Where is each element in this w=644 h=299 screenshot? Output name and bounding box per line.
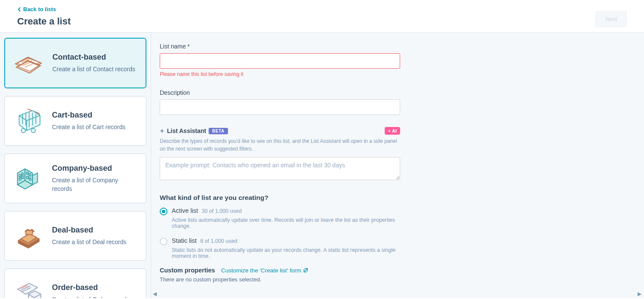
page-header: Back to lists Create a list Next: [0, 0, 644, 33]
svg-rect-30: [29, 178, 31, 180]
description-label: Description: [160, 89, 400, 96]
description-input[interactable]: [160, 100, 400, 115]
custom-props-title: Custom properties: [160, 267, 215, 274]
order-icon: [13, 278, 43, 298]
static-help: Static lists do not automatically update…: [172, 247, 400, 259]
scroll-left-arrow[interactable]: ◀: [153, 291, 157, 297]
card-desc: Create a list of Company records: [52, 176, 137, 193]
sparkle-icon: ✦: [160, 128, 164, 134]
radio-static-list[interactable]: [160, 238, 167, 245]
chevron-left-icon: [17, 7, 21, 12]
assistant-textarea[interactable]: [160, 157, 400, 180]
radio-active-label: Active list: [172, 207, 198, 214]
active-help: Active lists automatically update over t…: [172, 217, 400, 229]
custom-props-empty: There are no custom properties selected.: [160, 276, 400, 283]
external-link-icon: [303, 268, 308, 273]
card-desc: Create a list of Deal records: [52, 238, 127, 247]
card-contact-based[interactable]: Contact-based Create a list of Contact r…: [4, 38, 146, 88]
svg-rect-35: [26, 230, 33, 235]
list-form-panel: List name * Please name this list before…: [151, 33, 644, 298]
svg-rect-24: [21, 173, 23, 175]
ai-button-label: AI: [392, 128, 397, 133]
svg-rect-25: [19, 178, 21, 180]
svg-rect-28: [29, 174, 31, 176]
card-title: Cart-based: [52, 111, 125, 120]
list-kind-heading: What kind of list are you creating?: [160, 194, 400, 202]
back-to-lists-link[interactable]: Back to lists: [17, 6, 71, 12]
assistant-help: Describe the types of records you'd like…: [160, 137, 400, 153]
card-desc: Create a list of Cart records: [52, 123, 125, 132]
svg-rect-29: [27, 176, 28, 178]
card-cart-based[interactable]: Cart-based Create a list of Cart records: [4, 96, 146, 146]
card-title: Order-based: [52, 283, 130, 292]
contact-icon: [14, 48, 44, 78]
back-link-label: Back to lists: [23, 6, 56, 12]
list-name-label: List name *: [160, 43, 400, 50]
card-company-based[interactable]: Company-based Create a list of Company r…: [4, 154, 146, 203]
deal-icon: [13, 221, 43, 251]
svg-rect-27: [27, 172, 28, 174]
svg-point-18: [31, 129, 36, 133]
svg-point-17: [21, 129, 25, 133]
list-name-input[interactable]: [160, 53, 400, 69]
customize-link-label: Customize the 'Create list' form: [221, 267, 301, 274]
card-desc: Create a list of Order records: [52, 296, 130, 298]
svg-rect-26: [21, 176, 23, 178]
static-usage: 8 of 1,000 used: [200, 238, 237, 244]
customize-form-link[interactable]: Customize the 'Create list' form: [221, 267, 308, 274]
beta-badge: BETA: [209, 128, 228, 134]
page-title: Create a list: [17, 16, 71, 27]
radio-active-list[interactable]: [160, 208, 167, 215]
card-order-based[interactable]: Order-based Create a list of Order recor…: [4, 269, 146, 298]
card-title: Contact-based: [52, 53, 135, 62]
card-desc: Create a list of Contact records: [52, 65, 135, 74]
radio-static-label: Static list: [172, 237, 197, 244]
next-button[interactable]: Next: [595, 11, 627, 27]
list-name-error: Please name this list before saving it: [160, 71, 400, 77]
cart-icon: [13, 106, 43, 136]
card-title: Deal-based: [52, 226, 127, 235]
plus-icon: +: [388, 128, 391, 133]
scroll-right-arrow[interactable]: ▶: [638, 291, 641, 297]
svg-rect-23: [19, 175, 21, 177]
card-title: Company-based: [52, 164, 137, 173]
ai-button[interactable]: + AI: [385, 127, 400, 135]
list-type-sidebar[interactable]: Contact-based Create a list of Contact r…: [0, 33, 151, 298]
svg-marker-21: [33, 173, 38, 184]
card-deal-based[interactable]: Deal-based Create a list of Deal records: [4, 211, 146, 261]
company-icon: [13, 163, 43, 193]
active-usage: 30 of 1,000 used: [202, 208, 242, 214]
assistant-title: List Assistant: [167, 127, 206, 134]
